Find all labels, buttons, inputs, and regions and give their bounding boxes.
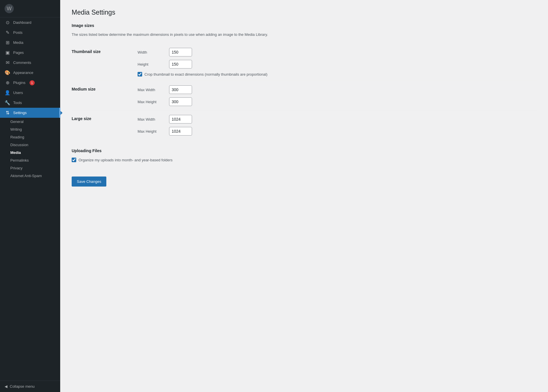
medium-max-height-label: Max Height — [138, 100, 166, 104]
organize-uploads-checkbox[interactable] — [72, 158, 76, 162]
sidebar-item-tools[interactable]: 🔧 Tools — [0, 98, 60, 108]
image-sizes-table: Thumbnail size Width Height Crop thumbna… — [72, 44, 537, 140]
thumbnail-fields: Width Height Crop thumbnail to exact dim… — [135, 44, 537, 81]
image-sizes-description: The sizes listed below determine the max… — [72, 32, 537, 37]
settings-sub-nav: General Writing Reading Discussion Media… — [0, 118, 60, 180]
thumbnail-height-label: Height — [138, 62, 166, 66]
sidebar-item-comments[interactable]: ✉ Comments — [0, 58, 60, 68]
large-width-input[interactable] — [169, 115, 192, 124]
pages-icon: ▣ — [5, 50, 10, 55]
sub-nav-discussion[interactable]: Discussion — [0, 141, 60, 149]
sidebar-item-label: Comments — [13, 60, 31, 65]
thumbnail-crop-checkbox[interactable] — [138, 72, 142, 77]
sidebar-item-settings[interactable]: ⇅ Settings — [0, 108, 60, 118]
sidebar: W ⊙ Dashboard ✎ Posts ⊞ Media ▣ Pages ✉ … — [0, 0, 60, 392]
large-width-row: Max Width — [138, 115, 534, 124]
collapse-label: Collapse menu — [10, 384, 35, 389]
medium-label: Medium size — [72, 81, 135, 111]
medium-width-input[interactable] — [169, 85, 192, 94]
medium-height-input[interactable] — [169, 97, 192, 106]
organize-uploads-row: Organize my uploads into month- and year… — [72, 158, 537, 162]
sub-nav-writing[interactable]: Writing — [0, 126, 60, 133]
large-height-row: Max Height — [138, 127, 534, 136]
thumbnail-height-row: Height — [138, 60, 534, 68]
sidebar-item-appearance[interactable]: 🎨 Appearance — [0, 68, 60, 78]
large-max-height-label: Max Height — [138, 129, 166, 134]
sidebar-item-label: Appearance — [13, 70, 33, 75]
active-arrow — [60, 111, 62, 115]
image-sizes-section: Image sizes The sizes listed below deter… — [72, 23, 537, 140]
sidebar-item-label: Plugins — [13, 81, 26, 85]
sidebar-item-label: Posts — [13, 30, 23, 35]
sidebar-item-label: Dashboard — [13, 20, 32, 25]
sub-nav-reading[interactable]: Reading — [0, 133, 60, 141]
collapse-icon: ◀ — [5, 384, 7, 389]
medium-width-row: Max Width — [138, 85, 534, 94]
sidebar-item-label: Tools — [13, 101, 22, 105]
tools-icon: 🔧 — [5, 100, 10, 105]
sidebar-item-label: Pages — [13, 50, 24, 55]
plugins-badge: 1 — [30, 80, 35, 85]
large-label: Large size — [72, 111, 135, 140]
thumbnail-width-row: Width — [138, 48, 534, 56]
medium-fields: Max Width Max Height — [135, 81, 537, 111]
sub-nav-akismet[interactable]: Akismet Anti-Spam — [0, 172, 60, 180]
medium-row: Medium size Max Width Max Height — [72, 81, 537, 111]
thumbnail-label: Thumbnail size — [72, 44, 135, 81]
users-icon: 👤 — [5, 90, 10, 95]
dashboard-icon: ⊙ — [5, 20, 10, 25]
sidebar-item-label: Settings — [13, 111, 27, 115]
sidebar-item-label: Media — [13, 40, 23, 45]
sidebar-item-pages[interactable]: ▣ Pages — [0, 48, 60, 58]
organize-uploads-label: Organize my uploads into month- and year… — [79, 158, 173, 162]
thumbnail-crop-row: Crop thumbnail to exact dimensions (norm… — [138, 72, 534, 77]
sidebar-item-plugins[interactable]: ⊕ Plugins 1 — [0, 78, 60, 88]
page-title: Media Settings — [72, 9, 537, 16]
sidebar-item-label: Users — [13, 91, 23, 95]
thumbnail-crop-label: Crop thumbnail to exact dimensions (norm… — [144, 72, 267, 77]
comments-icon: ✉ — [5, 60, 10, 65]
sidebar-item-posts[interactable]: ✎ Posts — [0, 28, 60, 38]
image-sizes-title: Image sizes — [72, 23, 537, 28]
thumbnail-height-input[interactable] — [169, 60, 192, 68]
save-changes-button[interactable]: Save Changes — [72, 177, 106, 187]
thumbnail-width-label: Width — [138, 50, 166, 54]
large-row: Large size Max Width Max Height — [72, 111, 537, 140]
sub-nav-media[interactable]: Media — [0, 149, 60, 156]
sidebar-item-media[interactable]: ⊞ Media — [0, 38, 60, 48]
wp-icon: W — [5, 4, 14, 13]
sub-nav-privacy[interactable]: Privacy — [0, 164, 60, 172]
collapse-menu-button[interactable]: ◀ Collapse menu — [0, 381, 60, 392]
media-icon: ⊞ — [5, 40, 10, 45]
medium-max-width-label: Max Width — [138, 88, 166, 92]
uploading-section: Uploading Files Organize my uploads into… — [72, 148, 537, 162]
sub-nav-permalinks[interactable]: Permalinks — [0, 156, 60, 164]
thumbnail-width-input[interactable] — [169, 48, 192, 56]
plugins-icon: ⊕ — [5, 80, 10, 85]
thumbnail-row: Thumbnail size Width Height Crop thumbna… — [72, 44, 537, 81]
sidebar-item-dashboard[interactable]: ⊙ Dashboard — [0, 17, 60, 28]
large-height-input[interactable] — [169, 127, 192, 136]
large-fields: Max Width Max Height — [135, 111, 537, 140]
medium-height-row: Max Height — [138, 97, 534, 106]
large-max-width-label: Max Width — [138, 117, 166, 121]
primary-nav: ⊙ Dashboard ✎ Posts ⊞ Media ▣ Pages ✉ Co… — [0, 17, 60, 118]
wp-logo: W — [0, 0, 60, 17]
sidebar-item-users[interactable]: 👤 Users — [0, 88, 60, 98]
settings-icon: ⇅ — [5, 110, 10, 115]
posts-icon: ✎ — [5, 30, 10, 35]
uploading-title: Uploading Files — [72, 148, 537, 153]
main-content: Media Settings Image sizes The sizes lis… — [60, 0, 548, 392]
sub-nav-general[interactable]: General — [0, 118, 60, 126]
appearance-icon: 🎨 — [5, 70, 10, 75]
